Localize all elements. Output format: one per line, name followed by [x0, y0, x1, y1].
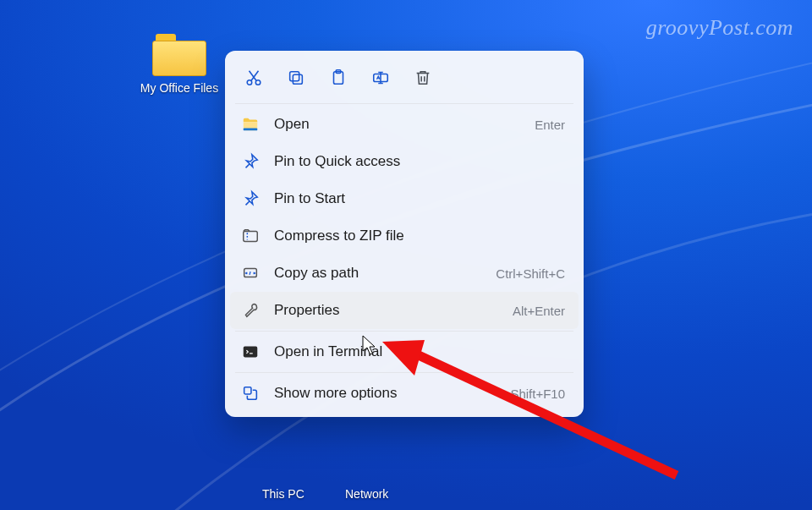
- svg-rect-8: [244, 232, 258, 242]
- menu-item-label: Pin to Quick access: [274, 153, 551, 170]
- delete-button[interactable]: [408, 63, 438, 93]
- svg-rect-3: [290, 72, 299, 81]
- svg-point-1: [255, 80, 261, 85]
- menu-item-label: Compress to ZIP file: [274, 228, 551, 244]
- paste-button[interactable]: [323, 63, 354, 93]
- copy-path-icon: [240, 263, 261, 283]
- cut-button[interactable]: [239, 63, 269, 93]
- menu-item-copy-as-path[interactable]: Copy as path Ctrl+Shift+C: [230, 255, 579, 292]
- delete-icon: [414, 69, 432, 87]
- pin-icon: [240, 151, 261, 172]
- show-more-icon: [240, 383, 261, 403]
- svg-rect-11: [244, 387, 251, 394]
- menu-item-pin-start[interactable]: Pin to Start: [230, 180, 579, 217]
- menu-item-shortcut: Ctrl+Shift+C: [496, 266, 565, 281]
- menu-item-label: Open: [274, 116, 521, 133]
- zip-icon: [240, 226, 261, 246]
- rename-icon: [371, 69, 390, 87]
- svg-line-12: [408, 350, 677, 475]
- annotation-arrow: [372, 332, 694, 484]
- folder-icon: [152, 34, 206, 76]
- desktop-folder-label: My Office Files: [129, 81, 230, 96]
- menu-item-label: Pin to Start: [274, 190, 551, 207]
- rename-button[interactable]: [365, 63, 396, 93]
- menu-item-open[interactable]: Open Enter: [230, 106, 579, 143]
- desktop-folder-my-office-files[interactable]: My Office Files: [129, 34, 230, 96]
- terminal-icon: [240, 342, 261, 362]
- copy-button[interactable]: [281, 63, 311, 93]
- menu-item-shortcut: Alt+Enter: [513, 304, 565, 318]
- svg-rect-2: [293, 74, 302, 84]
- menu-item-properties[interactable]: Properties Alt+Enter: [230, 292, 579, 329]
- watermark-text: groovyPost.com: [646, 15, 793, 41]
- separator: [235, 103, 573, 104]
- svg-point-0: [247, 80, 252, 85]
- context-menu-top-row: [230, 59, 579, 101]
- cut-icon: [244, 69, 263, 87]
- svg-marker-13: [382, 340, 425, 376]
- menu-item-label: Copy as path: [274, 265, 482, 282]
- svg-rect-10: [244, 347, 258, 358]
- properties-icon: [240, 300, 261, 321]
- desktop[interactable]: groovyPost.com My Office Files This PC N…: [0, 0, 812, 510]
- paste-icon: [329, 69, 348, 87]
- pin-icon: [240, 189, 261, 209]
- copy-icon: [287, 69, 305, 87]
- desktop-icon-this-pc-label[interactable]: This PC: [262, 487, 304, 501]
- menu-item-shortcut: Enter: [535, 118, 565, 132]
- menu-item-label: Properties: [274, 302, 499, 319]
- desktop-icon-network-label[interactable]: Network: [345, 487, 388, 501]
- menu-item-compress-zip[interactable]: Compress to ZIP file: [230, 217, 579, 255]
- menu-item-pin-quick-access[interactable]: Pin to Quick access: [230, 143, 579, 180]
- svg-rect-7: [244, 129, 258, 131]
- open-folder-icon: [240, 114, 261, 134]
